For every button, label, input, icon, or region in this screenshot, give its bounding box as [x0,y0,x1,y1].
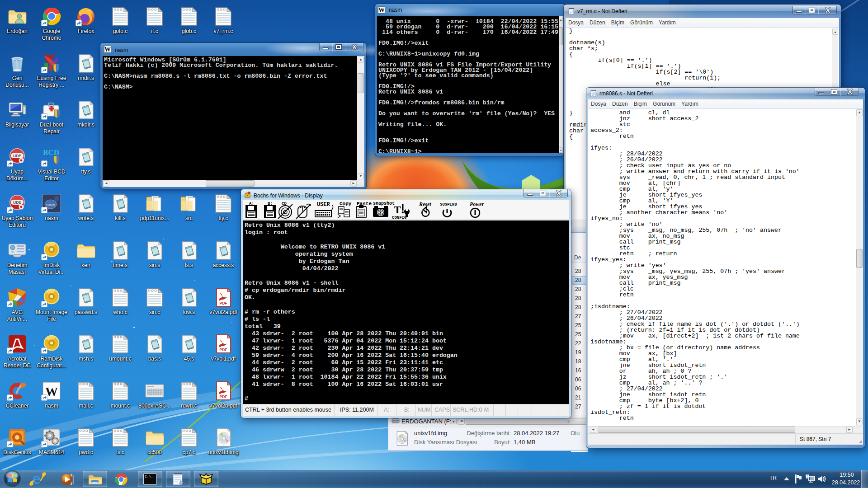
svg-text:USER: USER [317,202,330,208]
svg-text:BCD: BCD [43,148,59,157]
svg-text:UDE: UDE [13,200,21,205]
svg-text:Reset: Reset [419,201,431,207]
svg-text:nasm: nasm [46,202,55,206]
svg-text:snapshot: snapshot [373,201,395,206]
svg-text:Power: Power [470,201,484,207]
svg-text:SUSPEND: SUSPEND [440,202,457,207]
svg-text:CONFIG: CONFIG [392,216,406,220]
svg-text:e: e [33,471,41,487]
svg-text:Copy: Copy [340,201,352,206]
svg-text:T: T [394,204,401,216]
svg-text:UDE: UDE [13,154,21,158]
